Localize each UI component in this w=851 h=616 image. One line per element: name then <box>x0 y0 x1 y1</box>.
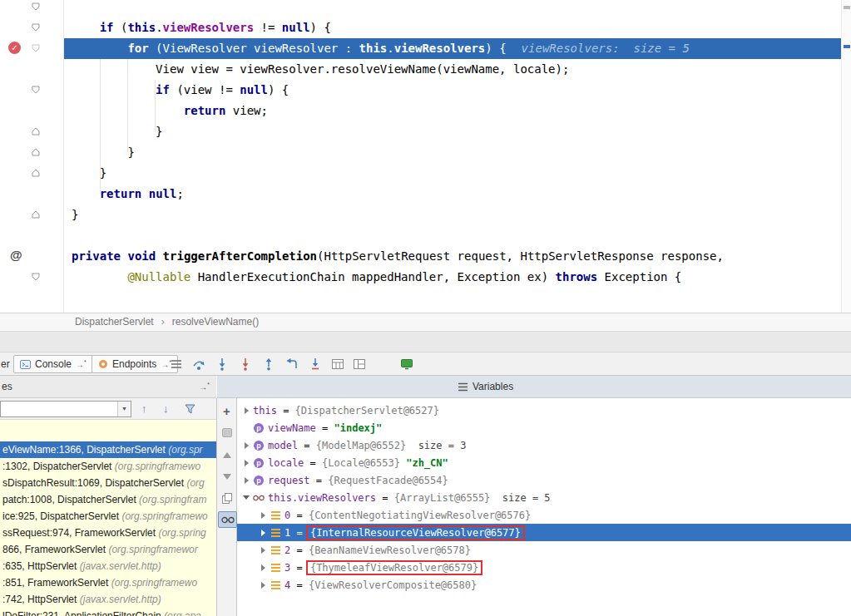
chevron-right-icon[interactable] <box>259 512 267 519</box>
code-token: (view != <box>170 83 240 96</box>
variable-row[interactable]: 1 = {InternalResourceViewResolver@6577} <box>237 524 851 541</box>
move-down-icon[interactable]: ↓ <box>163 402 169 416</box>
stack-frame-row[interactable]: 866, FrameworkServlet (org.springframewo… <box>0 541 216 558</box>
calculator-icon[interactable] <box>332 359 344 369</box>
stack-frame-row[interactable]: :742, HttpServlet (javax.servlet.http) <box>0 591 216 608</box>
show-watches-icon[interactable] <box>218 511 237 528</box>
step-over-icon[interactable] <box>192 357 205 371</box>
duplicate-watch-icon[interactable] <box>217 490 236 506</box>
chevron-right-icon[interactable] <box>242 460 250 466</box>
fold-marker-icon[interactable] <box>32 169 40 177</box>
step-into-icon[interactable] <box>215 357 229 371</box>
stack-frame-row[interactable]: :851, FrameworkServlet (org.springframew… <box>0 574 216 591</box>
fold-marker-icon[interactable] <box>32 210 40 219</box>
code-line[interactable]: View view = viewResolver.resolveViewName… <box>64 59 841 80</box>
frame-location: eViewName:1366, DispatcherServlet <box>2 444 168 456</box>
stack-frame-row[interactable]: :635, HttpServlet (javax.servlet.http) <box>0 558 216 574</box>
code-line[interactable]: if (view != null) { <box>64 80 841 101</box>
variable-row[interactable]: pviewName = "indexj" <box>237 419 851 436</box>
step-out-icon[interactable] <box>262 357 275 371</box>
move-up-icon[interactable]: ↑ <box>141 402 147 416</box>
code-token: null <box>149 187 177 200</box>
code-line[interactable]: for (ViewResolver viewResolver : this.vi… <box>64 38 841 59</box>
chevron-down-icon[interactable]: ▼ <box>117 402 131 416</box>
variable-row[interactable]: this.viewResolvers = {ArrayList@6555} si… <box>237 489 851 506</box>
code-token: } <box>127 145 134 159</box>
fold-marker-icon[interactable] <box>32 127 40 136</box>
fold-marker-icon[interactable] <box>32 273 40 281</box>
variable-row[interactable]: 0 = {ContentNegotiatingViewResolver@6576… <box>237 506 851 524</box>
code-token: ) { <box>310 21 331 34</box>
variable-row[interactable]: 4 = {ViewResolverComposite@6580} <box>237 576 851 594</box>
tab-options-icon[interactable]: →* <box>76 358 87 369</box>
frame-package: (org.spring <box>158 527 205 539</box>
run-to-cursor-icon[interactable] <box>309 357 322 371</box>
green-monitor-icon[interactable] <box>401 359 413 370</box>
variable-row[interactable]: prequest = {RequestFacade@6554} <box>237 471 851 489</box>
stack-frame-row[interactable]: ssRequest:974, FrameworkServlet (org.spr… <box>0 525 216 541</box>
remove-watch-icon[interactable] <box>217 424 236 441</box>
frames-tab[interactable]: es <box>2 381 12 392</box>
chevron-down-icon[interactable] <box>242 495 250 500</box>
fold-marker-icon[interactable] <box>32 2 40 11</box>
chevron-right-icon[interactable] <box>242 477 250 484</box>
code-token: viewResolvers <box>163 21 255 34</box>
fold-marker-icon[interactable] <box>32 86 40 94</box>
code-line[interactable]: @Nullable HandlerExecutionChain mappedHa… <box>64 267 841 288</box>
code-line[interactable] <box>64 225 841 246</box>
force-step-into-icon[interactable] <box>239 357 252 371</box>
code-line[interactable]: return null; <box>64 184 841 205</box>
thread-dropdown[interactable]: p-nio-8080-exec-1"@6,2... ▼ <box>0 401 131 417</box>
filter-funnel-icon[interactable] <box>185 404 195 414</box>
tab-debugger[interactable]: er <box>1 358 10 370</box>
variable-row[interactable]: 3 = {ThymeleafViewResolver@6579} <box>237 559 851 576</box>
fold-marker-icon[interactable] <box>32 148 40 156</box>
frame-location: lDoFilter:231, ApplicationFilterChain <box>2 610 164 616</box>
code-line[interactable]: } <box>64 142 841 163</box>
frames-options-icon[interactable]: →* <box>199 381 210 392</box>
chevron-right-icon[interactable] <box>242 442 250 449</box>
code-line[interactable]: } <box>64 121 841 142</box>
stack-frame-row[interactable]: lDoFilter:231, ApplicationFilterChain (o… <box>0 608 216 616</box>
chevron-right-icon[interactable] <box>259 582 267 589</box>
chevron-right-icon[interactable] <box>259 564 267 571</box>
stack-frame-row[interactable]: :1302, DispatcherServlet (org.springfram… <box>0 458 216 475</box>
code-line[interactable]: } <box>64 205 841 225</box>
move-watch-down-icon[interactable] <box>217 468 236 485</box>
chevron-right-icon[interactable] <box>259 547 267 554</box>
equals-sign: = <box>304 457 322 469</box>
chevron-right-icon[interactable] <box>242 407 250 414</box>
breakpoint-verified-icon[interactable]: ✓ <box>8 42 21 54</box>
breadcrumb-method[interactable]: resolveViewName() <box>172 316 259 328</box>
variable-row[interactable]: plocale = {Locale@6553} "zh_CN" <box>237 454 851 471</box>
drop-frame-icon[interactable] <box>285 357 299 371</box>
tab-console[interactable]: Console →* <box>13 355 93 373</box>
fold-marker-icon[interactable] <box>32 23 40 32</box>
add-watch-icon[interactable]: + <box>217 402 236 419</box>
stack-frame-row[interactable]: sDispatchResult:1069, DispatcherServlet … <box>0 475 216 491</box>
code-token: triggerAfterCompletion <box>163 249 317 263</box>
fold-marker-icon[interactable] <box>32 44 40 52</box>
code-line[interactable]: private void triggerAfterCompletion(Http… <box>64 246 841 267</box>
variables-menu-icon[interactable] <box>458 382 468 392</box>
code-token: if <box>156 83 170 96</box>
chevron-right-icon[interactable] <box>259 530 267 536</box>
editor-scrollbar[interactable] <box>841 0 851 313</box>
variable-row[interactable]: 2 = {BeanNameViewResolver@6578} <box>237 541 851 559</box>
layout-settings-icon[interactable] <box>354 359 365 369</box>
equals-sign: = <box>376 492 394 504</box>
menu-icon[interactable] <box>171 359 182 369</box>
code-line[interactable]: if (this.viewResolvers != null) { <box>64 17 841 38</box>
code-line[interactable]: } <box>64 163 841 184</box>
stack-frame-row[interactable]: eViewName:1366, DispatcherServlet (org.s… <box>0 441 216 458</box>
move-watch-up-icon[interactable] <box>217 446 236 463</box>
stack-frame-row[interactable]: ice:925, DispatcherServlet (org.springfr… <box>0 508 216 525</box>
stack-frame-row[interactable]: patch:1008, DispatcherServlet (org.sprin… <box>0 491 216 508</box>
tab-endpoints[interactable]: Endpoints →* <box>92 355 178 373</box>
variable-row[interactable]: pmodel = {ModelMap@6552} size = 3 <box>237 436 851 454</box>
frames-panel-header: es →* <box>0 376 216 398</box>
frame-location: ice:925, DispatcherServlet <box>2 510 121 522</box>
variable-row[interactable]: this = {DispatcherServlet@6527} <box>237 402 851 419</box>
code-line[interactable]: return view; <box>64 101 841 121</box>
breadcrumb-class[interactable]: DispatcherServlet <box>75 316 154 328</box>
